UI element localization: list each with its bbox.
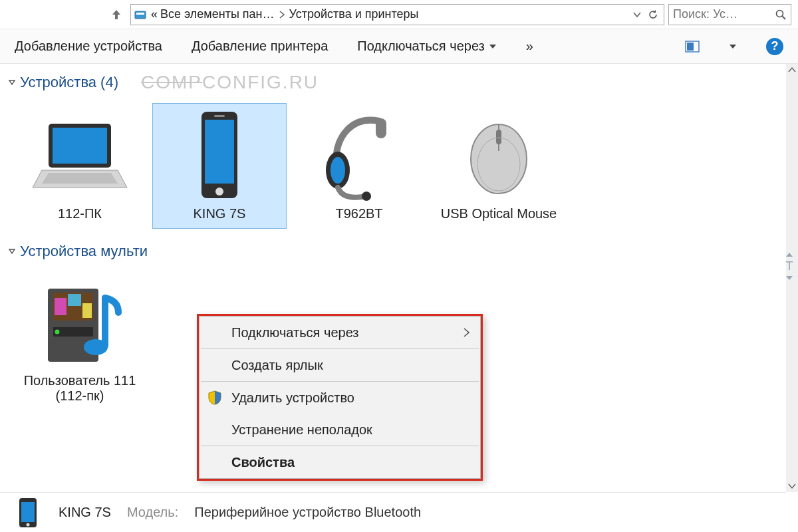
chevron-right-icon[interactable] <box>276 11 288 19</box>
svg-rect-28 <box>21 502 35 522</box>
scroll-down-button[interactable] <box>786 480 798 492</box>
add-printer-button[interactable]: Добавление принтера <box>192 39 328 54</box>
bluetooth-headset-icon <box>309 109 409 202</box>
device-item-headset[interactable]: T962BT <box>293 104 426 228</box>
svg-rect-0 <box>135 11 146 19</box>
svg-rect-1 <box>136 13 144 15</box>
breadcrumb-seg-2[interactable]: Устройства и принтеры <box>288 7 420 21</box>
svg-rect-9 <box>205 120 234 184</box>
group-title-devices: Устройства <box>20 74 96 91</box>
uac-shield-icon <box>207 390 222 405</box>
svg-rect-7 <box>53 128 107 164</box>
ctx-properties[interactable]: Свойства <box>200 446 480 478</box>
details-model-value: Периферийное устройство Bluetooth <box>194 505 421 520</box>
group-header-devices[interactable]: Устройства (4) COMPCONFIG.RU <box>0 64 786 97</box>
svg-point-13 <box>331 157 345 184</box>
svg-rect-11 <box>214 115 225 117</box>
content-pane: Устройства (4) COMPCONFIG.RU 112-ПК <box>0 64 786 492</box>
details-device-name: KING 7S <box>59 505 111 520</box>
ctx-troubleshoot[interactable]: Устранение неполадок <box>200 414 480 446</box>
scroll-up-button[interactable] <box>786 64 798 76</box>
svg-point-29 <box>27 523 30 526</box>
group-title-multimedia: Устройства мульти <box>20 243 148 260</box>
device-item-media[interactable]: Пользователь 111 (112-пк) <box>13 271 146 410</box>
svg-rect-23 <box>82 303 92 318</box>
address-bar: « Все элементы пан… Устройства и принтер… <box>0 0 798 29</box>
svg-point-25 <box>55 330 60 334</box>
details-model-key: Модель: <box>127 505 178 520</box>
ctx-remove-device[interactable]: Удалить устройство <box>200 382 480 414</box>
watermark-text: COMPCONFIG.RU <box>141 72 319 93</box>
device-item-mouse[interactable]: USB Optical Mouse <box>432 104 565 228</box>
device-label: KING 7S <box>194 206 246 221</box>
address-box[interactable]: « Все элементы пан… Устройства и принтер… <box>130 4 664 25</box>
svg-point-14 <box>362 192 371 201</box>
mouse-icon <box>449 109 549 202</box>
group-count-devices: (4) <box>100 74 118 91</box>
nav-up-button[interactable] <box>106 5 126 25</box>
device-label: T962BT <box>335 206 382 221</box>
search-icon[interactable] <box>775 9 787 21</box>
svg-rect-15 <box>376 118 386 138</box>
device-label: Пользователь 111 (112-пк) <box>16 373 144 404</box>
search-box[interactable] <box>668 4 791 25</box>
svg-rect-17 <box>496 130 501 144</box>
device-item-phone[interactable]: KING 7S <box>153 104 286 228</box>
connect-via-label: Подключаться через <box>357 39 485 54</box>
phone-icon <box>170 109 269 202</box>
svg-rect-21 <box>55 298 66 315</box>
svg-point-26 <box>84 339 108 355</box>
devices-grid: 112-ПК KING 7S <box>0 97 786 235</box>
collapse-icon <box>8 247 16 255</box>
details-pane: KING 7S Модель: Периферийное устройство … <box>0 492 786 532</box>
collapse-icon <box>8 78 16 86</box>
svg-point-2 <box>777 10 783 17</box>
connect-via-button[interactable]: Подключаться через <box>357 39 497 54</box>
laptop-icon <box>30 109 130 202</box>
breadcrumb-prefix: « <box>150 7 159 21</box>
details-phone-icon <box>12 497 44 529</box>
svg-rect-22 <box>68 294 81 306</box>
more-commands-button[interactable]: » <box>526 39 533 54</box>
refresh-button[interactable] <box>645 7 661 23</box>
ctx-connect-via[interactable]: Подключаться через <box>200 317 480 348</box>
location-icon <box>134 8 147 21</box>
context-menu: Подключаться через Создать ярлык Удалить… <box>197 314 483 481</box>
ctx-create-shortcut[interactable]: Создать ярлык <box>200 349 480 381</box>
preview-dropdown-icon[interactable] <box>729 43 737 50</box>
svg-rect-5 <box>687 43 694 51</box>
svg-point-10 <box>215 188 223 196</box>
svg-line-3 <box>783 16 786 19</box>
group-header-multimedia[interactable]: Устройства мульти <box>0 235 786 264</box>
breadcrumb-seg-1[interactable]: Все элементы пан… <box>159 7 276 21</box>
submenu-arrow-icon <box>463 328 469 337</box>
command-bar: Добавление устройства Добавление принтер… <box>0 29 798 64</box>
help-button[interactable]: ? <box>766 38 783 55</box>
history-dropdown-button[interactable] <box>629 7 645 23</box>
media-server-icon <box>30 276 130 369</box>
edge-artifact: T <box>781 243 798 289</box>
search-input[interactable] <box>673 7 775 21</box>
device-label: 112-ПК <box>58 206 102 221</box>
device-label: USB Optical Mouse <box>441 206 557 221</box>
dropdown-icon <box>489 43 497 50</box>
device-item-pc[interactable]: 112-ПК <box>13 104 146 228</box>
add-device-button[interactable]: Добавление устройства <box>15 39 162 54</box>
preview-pane-button[interactable] <box>685 39 700 54</box>
